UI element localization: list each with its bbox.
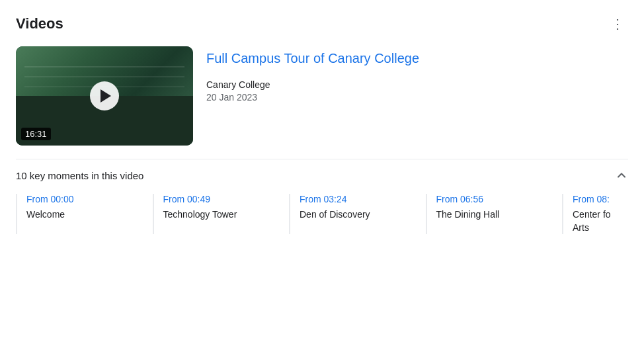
moment-item-3: From 03:24 Den of Discovery bbox=[289, 194, 426, 234]
moments-grid: From 00:00 Welcome From 00:49 Technology… bbox=[16, 194, 628, 234]
play-icon bbox=[101, 89, 111, 103]
moment-2-timestamp[interactable]: From 00:49 bbox=[163, 194, 279, 204]
moment-4-timestamp[interactable]: From 06:56 bbox=[436, 194, 552, 204]
collapse-chevron-icon[interactable] bbox=[615, 169, 628, 182]
key-moments-section: 10 key moments in this video From 00:00 … bbox=[16, 159, 628, 234]
video-channel: Canary College bbox=[206, 79, 628, 90]
moment-3-timestamp[interactable]: From 03:24 bbox=[300, 194, 415, 204]
video-card: 16:31 Full Campus Tour of Canary College… bbox=[16, 46, 628, 146]
moment-1-label: Welcome bbox=[26, 208, 142, 222]
moment-3-label: Den of Discovery bbox=[300, 208, 415, 222]
moment-item-4: From 06:56 The Dining Hall bbox=[426, 194, 563, 234]
moment-1-timestamp[interactable]: From 00:00 bbox=[26, 194, 142, 204]
video-thumbnail[interactable]: 16:31 bbox=[16, 46, 193, 146]
video-date: 20 Jan 2023 bbox=[206, 92, 628, 103]
moment-item-5-partial: From 08: Center fo Arts bbox=[562, 194, 628, 234]
videos-section-header: Videos ⋮ bbox=[16, 13, 628, 34]
play-button[interactable] bbox=[90, 81, 119, 110]
moment-2-label: Technology Tower bbox=[163, 208, 279, 222]
moment-5-timestamp[interactable]: From 08: bbox=[573, 194, 628, 204]
more-options-button[interactable]: ⋮ bbox=[607, 13, 628, 34]
video-duration: 16:31 bbox=[21, 128, 51, 140]
section-title: Videos bbox=[16, 15, 63, 32]
moment-item-1: From 00:00 Welcome bbox=[16, 194, 153, 234]
key-moments-header[interactable]: 10 key moments in this video bbox=[16, 169, 628, 182]
moment-4-label: The Dining Hall bbox=[436, 208, 552, 222]
video-info: Full Campus Tour of Canary College Canar… bbox=[206, 46, 628, 103]
moment-5-label: Center fo Arts bbox=[573, 208, 628, 234]
key-moments-title: 10 key moments in this video bbox=[16, 170, 143, 181]
moment-item-2: From 00:49 Technology Tower bbox=[153, 194, 290, 234]
video-title-link[interactable]: Full Campus Tour of Canary College bbox=[206, 49, 628, 67]
